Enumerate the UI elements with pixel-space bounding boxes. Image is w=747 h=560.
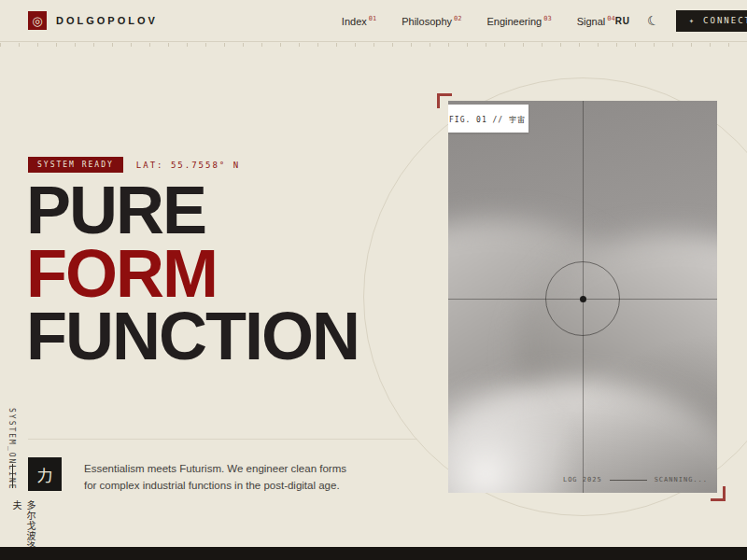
main-nav: Index01 Philosophy02 Engineering03 Signa… — [342, 15, 615, 27]
status-row: SYSTEM READY LAT: 55.7558° N — [28, 157, 240, 173]
status-badge: SYSTEM READY — [28, 157, 123, 173]
figure-scanning-text: SCANNING... — [655, 476, 708, 483]
section-divider — [28, 439, 417, 440]
kanji-power-icon: 力 — [28, 457, 62, 491]
latitude-readout: LAT: 55.7558° N — [136, 161, 240, 170]
vertical-divider — [12, 464, 13, 488]
nav-label: Index — [342, 15, 367, 26]
crosshair-dot — [580, 296, 586, 302]
brand-name: DOLGOPOLOV — [56, 15, 158, 26]
brand-logo[interactable]: ◎ DOLGOPOLOV — [28, 11, 158, 30]
title-line-function: FUNCTION — [26, 299, 359, 373]
figure-log-text: LOG 2025 — [563, 476, 602, 483]
nav-number: 01 — [369, 15, 376, 22]
caption-line — [610, 480, 647, 481]
nav-item-index[interactable]: Index01 — [342, 15, 376, 27]
logo-icon: ◎ — [28, 11, 47, 30]
page-title: PURE FORM FUNCTION — [26, 179, 359, 369]
connect-button[interactable]: ✦ CONNECT — [676, 10, 747, 32]
footer-bar — [0, 547, 747, 560]
connect-label: CONNECT — [703, 16, 747, 25]
figure-caption: LOG 2025 SCANNING... — [563, 476, 708, 483]
nav-number: 04 — [607, 15, 614, 22]
nav-number: 03 — [543, 15, 551, 22]
figure-label: FIG. 01 // 宇宙 — [448, 105, 529, 133]
nav-label: Philosophy — [402, 15, 452, 26]
hero-description: Essentialism meets Futurism. We engineer… — [84, 461, 347, 495]
ruler-ticks — [0, 43, 747, 47]
connect-spark-icon: ✦ — [689, 16, 696, 25]
nav-item-engineering[interactable]: Engineering03 — [486, 15, 551, 27]
nav-label: Signal — [577, 15, 606, 26]
nav-item-signal[interactable]: Signal04 — [577, 15, 615, 27]
nav-number: 02 — [454, 15, 461, 22]
nav-label: Engineering — [486, 15, 542, 26]
header-actions: RU ☾ ✦ CONNECT — [615, 10, 747, 32]
header: ◎ DOLGOPOLOV Index01 Philosophy02 Engine… — [0, 0, 747, 42]
language-toggle[interactable]: RU — [615, 16, 630, 26]
page: ◎ DOLGOPOLOV Index01 Philosophy02 Engine… — [0, 0, 747, 560]
hero-figure-image: FIG. 01 // 宇宙 LOG 2025 SCANNING... — [448, 101, 717, 493]
nav-item-philosophy[interactable]: Philosophy02 — [402, 15, 461, 27]
theme-toggle-moon-icon[interactable]: ☾ — [645, 13, 660, 29]
